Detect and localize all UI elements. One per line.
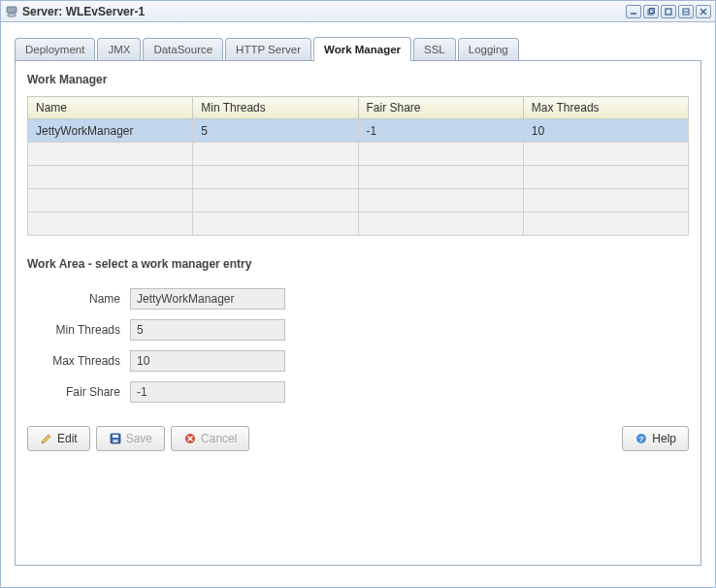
svg-rect-5 (666, 9, 671, 15)
col-fair-share[interactable]: Fair Share (358, 97, 523, 119)
table-row[interactable] (28, 166, 689, 189)
restore-button[interactable] (643, 5, 659, 18)
tab-deployment[interactable]: Deployment (15, 38, 95, 60)
name-field[interactable] (130, 288, 285, 310)
tab-jmx[interactable]: JMX (97, 38, 141, 60)
cell-max (523, 212, 688, 236)
svg-text:?: ? (639, 435, 644, 443)
form-row-max: Max Threads (27, 350, 689, 372)
titlebar: Server: WLEvServer-1 (1, 1, 715, 22)
max-label: Max Threads (27, 354, 130, 368)
button-bar: Edit Save Cancel ? Help (27, 426, 689, 451)
cell-min (193, 212, 358, 236)
col-max-threads[interactable]: Max Threads (523, 97, 688, 119)
work-manager-table: Name Min Threads Fair Share Max Threads … (27, 96, 689, 236)
fair-label: Fair Share (27, 385, 130, 399)
close-button[interactable] (696, 5, 711, 18)
tab-body: Work Manager Name Min Threads Fair Share… (15, 61, 701, 566)
help-label: Help (652, 432, 676, 445)
collapse-button[interactable] (678, 5, 694, 18)
min-threads-field[interactable] (130, 319, 285, 341)
tab-work-manager[interactable]: Work Manager (313, 37, 411, 61)
table-row[interactable] (28, 212, 689, 236)
save-button[interactable]: Save (96, 426, 165, 451)
form-row-min: Min Threads (27, 319, 689, 341)
minimize-button[interactable] (626, 5, 641, 18)
cell-min (193, 189, 358, 212)
col-name[interactable]: Name (28, 97, 193, 119)
tabs: Deployment JMX DataSource HTTP Server Wo… (15, 36, 701, 61)
help-icon: ? (635, 432, 648, 445)
cell-name (28, 212, 193, 236)
cell-fair (358, 143, 523, 166)
edit-button[interactable]: Edit (27, 426, 90, 451)
pencil-icon (40, 432, 53, 445)
cell-fair: -1 (358, 119, 523, 143)
cell-name (28, 189, 193, 212)
tab-logging[interactable]: Logging (458, 38, 519, 60)
spacer (255, 426, 616, 451)
panel-title: Server: WLEvServer-1 (22, 5, 626, 18)
max-threads-field[interactable] (130, 350, 285, 372)
fair-share-field[interactable] (130, 381, 285, 403)
table-row[interactable]: JettyWorkManager 5 -1 10 (28, 119, 689, 143)
tab-ssl[interactable]: SSL (413, 38, 456, 60)
work-area-header: Work Area - select a work manager entry (27, 257, 689, 271)
tab-datasource[interactable]: DataSource (143, 38, 223, 60)
floppy-icon (109, 432, 122, 445)
server-icon (5, 5, 18, 18)
cell-fair (358, 212, 523, 236)
table-row[interactable] (28, 189, 689, 212)
svg-rect-1 (8, 14, 16, 16)
cancel-icon (183, 432, 197, 445)
window-buttons (626, 5, 711, 18)
cell-fair (358, 166, 523, 189)
cell-name: JettyWorkManager (28, 119, 193, 143)
cell-max (523, 143, 688, 166)
name-label: Name (27, 292, 130, 306)
edit-label: Edit (57, 432, 78, 445)
section-title: Work Manager (27, 73, 689, 86)
col-min-threads[interactable]: Min Threads (193, 97, 358, 119)
cell-max (523, 189, 688, 212)
cancel-button[interactable]: Cancel (171, 426, 249, 451)
save-label: Save (126, 432, 152, 445)
cell-name (28, 166, 193, 189)
help-button[interactable]: ? Help (622, 426, 689, 451)
maximize-button[interactable] (661, 5, 676, 18)
table-row[interactable] (28, 143, 689, 166)
cell-fair (358, 189, 523, 212)
cell-max: 10 (523, 119, 688, 143)
cell-min (193, 143, 358, 166)
cell-max (523, 166, 688, 189)
svg-rect-0 (7, 7, 16, 13)
cell-min (193, 166, 358, 189)
panel-content: Deployment JMX DataSource HTTP Server Wo… (1, 22, 715, 575)
server-panel: Server: WLEvServer-1 Deployment JMX Data… (0, 0, 716, 588)
svg-rect-4 (650, 8, 655, 13)
svg-rect-3 (648, 10, 653, 15)
form-row-name: Name (27, 288, 689, 310)
min-label: Min Threads (27, 323, 130, 337)
svg-rect-12 (113, 440, 117, 442)
cell-min: 5 (193, 119, 358, 143)
svg-rect-11 (113, 435, 118, 438)
tab-http-server[interactable]: HTTP Server (225, 38, 311, 60)
cancel-label: Cancel (201, 432, 237, 445)
cell-name (28, 143, 193, 166)
form-row-fair: Fair Share (27, 381, 689, 403)
